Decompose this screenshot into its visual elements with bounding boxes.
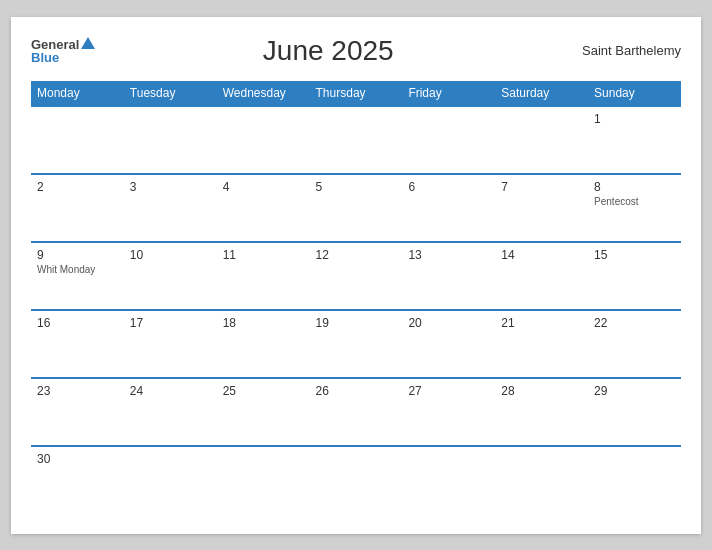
- weekday-header: Sunday: [588, 81, 681, 106]
- calendar-cell: [124, 106, 217, 174]
- calendar-cell: [217, 106, 310, 174]
- logo-blue-text: Blue: [31, 51, 95, 64]
- calendar-cell: 25: [217, 378, 310, 446]
- logo-general-text: General: [31, 38, 79, 51]
- calendar-week-row: 9Whit Monday101112131415: [31, 242, 681, 310]
- calendar-cell: 14: [495, 242, 588, 310]
- calendar-cell: 11: [217, 242, 310, 310]
- day-number: 3: [130, 180, 211, 194]
- calendar-cell: 23: [31, 378, 124, 446]
- day-number: 17: [130, 316, 211, 330]
- day-event: Pentecost: [594, 196, 675, 207]
- day-number: 2: [37, 180, 118, 194]
- day-number: 1: [594, 112, 675, 126]
- day-number: 22: [594, 316, 675, 330]
- calendar-region: Saint Barthelemy: [561, 43, 681, 58]
- calendar-cell: [310, 106, 403, 174]
- day-number: 21: [501, 316, 582, 330]
- calendar-cell: 24: [124, 378, 217, 446]
- calendar-cell: 5: [310, 174, 403, 242]
- day-number: 4: [223, 180, 304, 194]
- calendar-container: General Blue June 2025 Saint Barthelemy …: [11, 17, 701, 534]
- calendar-cell: 10: [124, 242, 217, 310]
- calendar-cell: 12: [310, 242, 403, 310]
- calendar-cell: 26: [310, 378, 403, 446]
- calendar-cell: [310, 446, 403, 514]
- weekday-header: Monday: [31, 81, 124, 106]
- calendar-cell: 29: [588, 378, 681, 446]
- calendar-cell: 6: [402, 174, 495, 242]
- calendar-cell: 18: [217, 310, 310, 378]
- day-number: 15: [594, 248, 675, 262]
- calendar-cell: 30: [31, 446, 124, 514]
- calendar-cell: 20: [402, 310, 495, 378]
- calendar-week-row: 2345678Pentecost: [31, 174, 681, 242]
- day-number: 16: [37, 316, 118, 330]
- calendar-cell: 27: [402, 378, 495, 446]
- calendar-cell: [495, 106, 588, 174]
- logo: General Blue: [31, 38, 95, 64]
- calendar-cell: 4: [217, 174, 310, 242]
- day-number: 23: [37, 384, 118, 398]
- weekday-header: Saturday: [495, 81, 588, 106]
- calendar-cell: 21: [495, 310, 588, 378]
- calendar-table: MondayTuesdayWednesdayThursdayFridaySatu…: [31, 81, 681, 514]
- day-number: 10: [130, 248, 211, 262]
- day-number: 28: [501, 384, 582, 398]
- calendar-cell: 2: [31, 174, 124, 242]
- calendar-cell: [495, 446, 588, 514]
- day-number: 13: [408, 248, 489, 262]
- weekday-header: Wednesday: [217, 81, 310, 106]
- day-number: 26: [316, 384, 397, 398]
- calendar-week-row: 30: [31, 446, 681, 514]
- day-number: 20: [408, 316, 489, 330]
- day-number: 11: [223, 248, 304, 262]
- day-number: 6: [408, 180, 489, 194]
- day-number: 5: [316, 180, 397, 194]
- weekday-header: Tuesday: [124, 81, 217, 106]
- day-number: 30: [37, 452, 118, 466]
- calendar-cell: [217, 446, 310, 514]
- calendar-cell: [588, 446, 681, 514]
- day-number: 9: [37, 248, 118, 262]
- calendar-cell: 1: [588, 106, 681, 174]
- calendar-cell: 9Whit Monday: [31, 242, 124, 310]
- day-number: 19: [316, 316, 397, 330]
- day-event: Whit Monday: [37, 264, 118, 275]
- calendar-thead: MondayTuesdayWednesdayThursdayFridaySatu…: [31, 81, 681, 106]
- calendar-week-row: 23242526272829: [31, 378, 681, 446]
- calendar-cell: 17: [124, 310, 217, 378]
- calendar-cell: 15: [588, 242, 681, 310]
- day-number: 12: [316, 248, 397, 262]
- weekday-header-row: MondayTuesdayWednesdayThursdayFridaySatu…: [31, 81, 681, 106]
- calendar-cell: [402, 446, 495, 514]
- weekday-header: Friday: [402, 81, 495, 106]
- calendar-header: General Blue June 2025 Saint Barthelemy: [31, 35, 681, 67]
- day-number: 24: [130, 384, 211, 398]
- calendar-body: 12345678Pentecost9Whit Monday10111213141…: [31, 106, 681, 514]
- day-number: 14: [501, 248, 582, 262]
- calendar-cell: [31, 106, 124, 174]
- day-number: 25: [223, 384, 304, 398]
- day-number: 27: [408, 384, 489, 398]
- calendar-title: June 2025: [95, 35, 561, 67]
- calendar-cell: 3: [124, 174, 217, 242]
- calendar-cell: 8Pentecost: [588, 174, 681, 242]
- day-number: 7: [501, 180, 582, 194]
- calendar-cell: [124, 446, 217, 514]
- weekday-header: Thursday: [310, 81, 403, 106]
- calendar-cell: 13: [402, 242, 495, 310]
- day-number: 29: [594, 384, 675, 398]
- calendar-cell: 22: [588, 310, 681, 378]
- calendar-cell: [402, 106, 495, 174]
- day-number: 18: [223, 316, 304, 330]
- calendar-cell: 16: [31, 310, 124, 378]
- calendar-cell: 7: [495, 174, 588, 242]
- calendar-cell: 19: [310, 310, 403, 378]
- calendar-cell: 28: [495, 378, 588, 446]
- day-number: 8: [594, 180, 675, 194]
- logo-triangle-icon: [81, 37, 95, 49]
- calendar-week-row: 16171819202122: [31, 310, 681, 378]
- calendar-week-row: 1: [31, 106, 681, 174]
